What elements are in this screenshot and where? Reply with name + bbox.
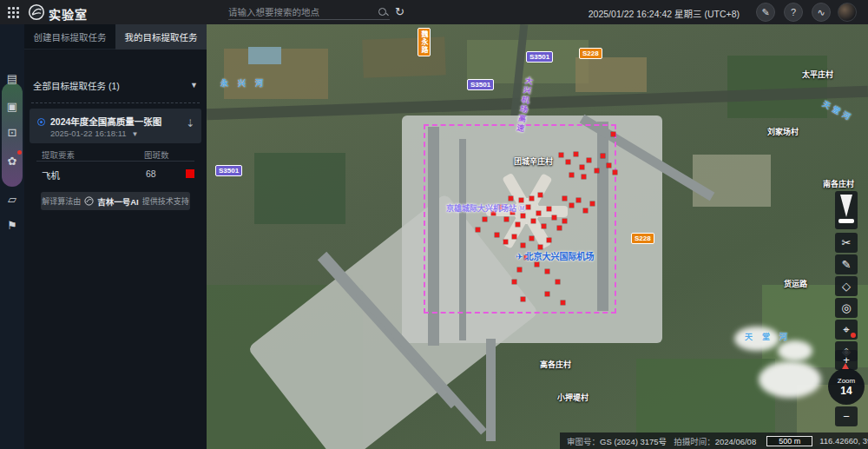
aircraft-detection-marker[interactable] [561,300,565,305]
col-count-header: 图斑数 [144,149,169,161]
aircraft-detection-marker[interactable] [547,207,551,211]
user-avatar[interactable] [838,3,857,22]
aircraft-detection-marker[interactable] [512,280,516,284]
label-glyph-icon: ✈ [516,252,523,261]
aircraft-detection-marker[interactable] [504,217,509,221]
task-panel: 创建目标提取任务 我的目标提取任务 全部目标提取任务 (1) ▼ 2024年度全… [24,24,207,449]
task-card[interactable]: 2024年度全国高质量一张图 2025-01-22 16:18:11▼ ⇣ [30,109,201,143]
change-detection-icon[interactable]: ⊡ [0,120,24,144]
measure-pencil-icon[interactable]: ✎ [835,254,858,274]
aircraft-detection-marker[interactable] [562,196,567,201]
map-label-shield-orange-v: 魏永路 [418,28,431,56]
aircraft-detection-marker[interactable] [566,160,570,164]
aircraft-detection-marker[interactable] [562,219,567,223]
aircraft-detection-marker[interactable] [476,228,480,232]
aircraft-detection-marker[interactable] [569,203,574,208]
task-filter-label: 全部目标提取任务 (1) [33,79,120,92]
zoom-dial[interactable]: Zoom 14 [828,368,865,405]
task-filter-dropdown[interactable]: 全部目标提取任务 (1) ▼ [24,74,207,96]
aircraft-detection-marker[interactable] [583,208,588,213]
aircraft-detection-marker[interactable] [495,233,499,237]
credit-suffix: 提供技术支持 [142,195,189,207]
aircraft-detection-marker[interactable] [569,173,574,177]
aircraft-detection-marker[interactable] [595,168,599,173]
aircraft-detection-marker[interactable] [607,163,611,168]
aircraft-detection-marker[interactable] [613,170,617,175]
aircraft-detection-marker[interactable] [529,196,534,201]
activity-monitor-icon[interactable]: ∿ [812,3,831,22]
aircraft-detection-marker[interactable] [552,215,556,220]
tab-create-task[interactable]: 创建目标提取任务 [24,24,115,50]
feature-count: 68 [146,168,156,179]
tilt-slider[interactable] [835,191,858,229]
clip-scissors-icon[interactable]: ✂ [835,233,858,253]
aircraft-detection-marker[interactable] [556,280,560,284]
refresh-icon[interactable]: ↻ [395,4,404,20]
result-table-header: 提取要素 图斑数 [42,149,194,161]
draw-polygon-icon[interactable]: ▱ [0,187,24,211]
aircraft-detection-marker[interactable] [521,243,525,248]
task-radio[interactable] [37,118,45,126]
aircraft-detection-marker[interactable] [531,219,536,223]
label-glyph-icon: Ⓜ [518,204,526,213]
aircraft-detection-marker[interactable] [517,267,522,272]
aircraft-detection-marker[interactable] [574,152,578,156]
chevron-down-icon[interactable]: ▼ [132,130,139,138]
target-extraction-icon[interactable]: ▣ [0,94,24,118]
bookmark-icon[interactable]: ⚑ [0,213,24,237]
feedback-note-icon[interactable]: ✎ [756,3,775,22]
table-row[interactable]: 飞机 68 [42,168,194,181]
aircraft-detection-marker[interactable] [535,262,539,267]
aircraft-detection-marker[interactable] [545,292,549,296]
aircraft-detection-marker[interactable] [547,238,551,242]
coordinates-display: 116.42660, 39.53656 [819,436,868,446]
credit-brand: 吉林一号AI [97,195,139,208]
apps-icon[interactable]: ✿ [0,149,24,173]
aircraft-detection-marker[interactable] [512,234,516,239]
task-title: 2024年度全国高质量一张图 [50,115,161,128]
tab-my-tasks[interactable]: 我的目标提取任务 [115,24,207,50]
search-input[interactable] [228,7,378,17]
aircraft-detection-marker[interactable] [516,222,520,227]
aircraft-detection-marker[interactable] [536,211,541,215]
aircraft-detection-marker[interactable] [559,153,563,157]
task-datetime: 2025-01-22 16:18:11▼ [50,129,138,138]
map-label-village: 小押堤村 [557,392,589,403]
map-label-village: 刘家场村 [767,126,799,137]
aircraft-detection-marker[interactable] [576,198,581,202]
help-icon[interactable]: ? [784,3,803,22]
cloud-download-icon[interactable]: ⇣ [186,117,194,129]
aircraft-detection-marker[interactable] [587,158,591,162]
aircraft-detection-marker[interactable] [529,236,534,241]
aircraft-detection-marker[interactable] [521,297,525,301]
imagery-icon[interactable]: ▤ [0,66,24,90]
map-canvas[interactable]: S3501S3501S3501S228S228魏永路货运路太平庄村刘家场村南各庄… [207,24,868,449]
aircraft-detection-marker[interactable] [509,196,513,201]
license-label: 审图号： [567,437,600,446]
slider-handle[interactable] [838,219,854,223]
locate-icon[interactable]: ◎ [835,298,858,318]
aircraft-detection-marker[interactable] [503,240,508,244]
aircraft-detection-marker[interactable] [483,217,487,221]
search-icon[interactable] [378,7,388,17]
polygon-select-icon[interactable]: ◇ [835,276,858,296]
annotation-pin-icon[interactable]: ⌖ [835,320,858,340]
aircraft-detection-marker[interactable] [590,201,595,206]
slider-track [840,195,852,217]
notification-badge [17,150,22,155]
aircraft-detection-marker[interactable] [538,193,542,197]
zoom-pointer-icon [842,363,849,369]
aircraft-detection-marker[interactable] [580,165,584,169]
aircraft-detection-marker[interactable] [521,214,525,218]
aircraft-detection-marker[interactable] [545,269,549,274]
map-overlay: S3501S3501S3501S228S228魏永路货运路太平庄村刘家场村南各庄… [207,24,868,449]
aircraft-detection-marker[interactable] [582,175,586,179]
aircraft-detection-marker[interactable] [601,154,605,158]
map-label-village: 太平庄村 [802,69,833,80]
aircraft-detection-marker[interactable] [611,132,615,136]
map-label-shield-orange: S228 [579,48,602,59]
zoom-out-button[interactable]: − [835,406,858,426]
apps-menu-icon[interactable] [8,7,19,18]
aircraft-detection-marker[interactable] [542,224,546,228]
aircraft-detection-marker[interactable] [557,226,562,230]
